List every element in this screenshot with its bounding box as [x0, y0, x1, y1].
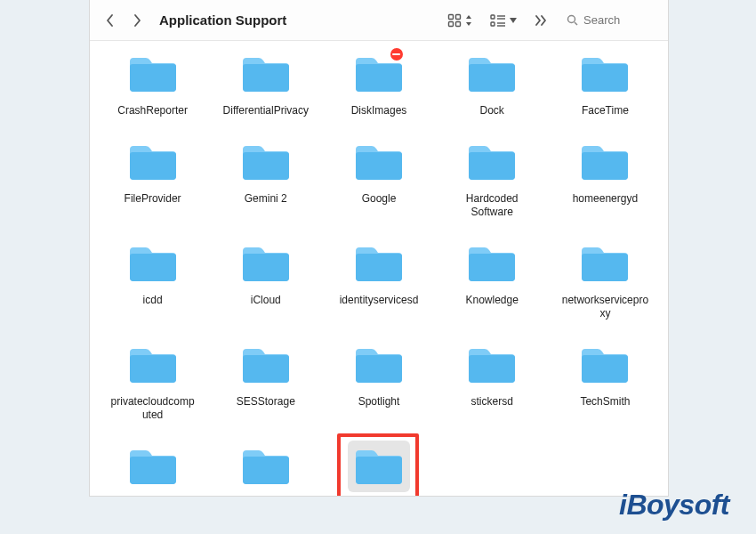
view-mode-button[interactable] — [442, 13, 478, 28]
folder-item[interactable]: DifferentialPrivacy — [212, 46, 319, 118]
svg-rect-1 — [456, 14, 461, 19]
folder-item[interactable]: TechSmith — [551, 337, 659, 423]
group-mode-button[interactable] — [485, 14, 522, 27]
folder-icon — [235, 441, 297, 492]
group-icon — [490, 14, 506, 27]
folder-item[interactable]: SESStorage — [212, 337, 319, 423]
folder-item[interactable]: FileProvider — [99, 134, 206, 220]
folder-icon — [122, 48, 184, 100]
folder-icon — [348, 48, 410, 100]
folder-label: networkserviceproxy — [556, 293, 654, 321]
folder-icon — [235, 238, 297, 289]
folder-label: identityservicesd — [335, 293, 423, 308]
folder-label: Gemini 2 — [240, 191, 292, 206]
folder-icon — [348, 441, 410, 492]
svg-point-10 — [568, 16, 575, 23]
svg-rect-3 — [456, 21, 461, 26]
folder-icon — [235, 48, 297, 100]
folder-item[interactable]: Gemini 2 — [212, 134, 319, 220]
folder-label: FileProvider — [120, 191, 186, 206]
svg-rect-5 — [491, 22, 495, 26]
updown-icon — [465, 15, 472, 26]
watermark-logo: iBoysoft — [619, 489, 729, 522]
folder-item[interactable]: tipsd — [99, 439, 206, 496]
folder-item[interactable]: CrashReporter — [99, 46, 206, 118]
folder-label: CrashReporter — [113, 103, 192, 118]
folder-label: icdd — [139, 293, 167, 308]
folder-item[interactable]: networkserviceproxy — [551, 236, 659, 321]
folder-icon — [461, 48, 523, 100]
folder-icon — [122, 136, 184, 188]
search-field[interactable] — [559, 10, 657, 30]
svg-rect-0 — [449, 14, 454, 19]
more-toolbar-button[interactable] — [529, 15, 552, 26]
finder-window: Application Support — [89, 0, 669, 497]
folder-icon — [235, 136, 297, 188]
svg-rect-4 — [491, 15, 495, 19]
folder-item[interactable]: Spotlight — [325, 337, 432, 423]
folder-label: FaceTime — [577, 103, 633, 118]
chevrons-right-icon — [535, 15, 547, 26]
forward-button[interactable] — [127, 11, 147, 30]
folder-label: privatecloudcomputed — [104, 394, 202, 423]
folder-label: stickersd — [467, 394, 518, 409]
folder-item[interactable]: Dock — [438, 46, 546, 118]
folder-item[interactable]: icdd — [99, 236, 206, 321]
toolbar: Application Support — [90, 0, 668, 41]
folder-label: Hardcoded Software — [443, 191, 541, 220]
folder-icon — [348, 238, 410, 289]
folder-icon — [122, 339, 184, 391]
folder-icon — [574, 136, 636, 188]
chevron-down-icon — [510, 18, 517, 23]
svg-rect-2 — [449, 21, 454, 26]
folder-label: Spotlight — [354, 394, 405, 409]
folder-item[interactable]: iCloud — [212, 236, 319, 321]
folder-icon — [122, 238, 184, 289]
folder-item[interactable]: Knowledge — [438, 236, 546, 321]
folder-item[interactable]: homeenergyd — [551, 134, 659, 220]
folder-icon — [235, 339, 297, 391]
folder-label: SESStorage — [232, 394, 300, 409]
folder-icon — [461, 238, 523, 289]
folder-icon — [122, 441, 184, 492]
no-entry-badge-icon — [389, 46, 405, 62]
folder-item[interactable]: stickersd — [438, 337, 546, 423]
folder-icon — [574, 48, 636, 100]
folder-label: TechSmith — [575, 394, 634, 409]
folder-label: homeenergyd — [568, 191, 642, 206]
svg-line-11 — [575, 22, 577, 25]
grid-view-icon — [447, 13, 462, 28]
folder-label: iCloud — [246, 293, 286, 308]
folder-label: DiskImages — [347, 103, 412, 118]
folder-item[interactable]: Blender — [325, 439, 432, 496]
folder-icon — [574, 339, 636, 391]
location-title: Application Support — [159, 12, 286, 28]
search-icon — [567, 14, 578, 26]
folder-label: Google — [358, 191, 401, 206]
folder-icon — [348, 339, 410, 391]
folder-icon — [461, 339, 523, 391]
folder-item[interactable]: videosubscriptionsd — [212, 439, 319, 496]
folder-item[interactable]: identityservicesd — [325, 236, 432, 321]
folder-item[interactable]: Hardcoded Software — [438, 134, 546, 220]
folder-label: DifferentialPrivacy — [219, 103, 313, 118]
icon-grid: CrashReporter DifferentialPrivacy DiskIm… — [99, 46, 659, 496]
folder-label: Knowledge — [462, 293, 523, 308]
folder-icon — [574, 238, 636, 289]
folder-icon — [348, 136, 410, 188]
folder-item[interactable]: FaceTime — [551, 46, 659, 118]
back-button[interactable] — [101, 11, 120, 30]
folder-item[interactable]: privatecloudcomputed — [99, 337, 206, 423]
folder-label: Dock — [476, 103, 509, 118]
search-input[interactable] — [583, 13, 646, 27]
folder-icon — [461, 136, 523, 188]
folder-item[interactable]: Google — [325, 134, 432, 220]
folder-content[interactable]: CrashReporter DifferentialPrivacy DiskIm… — [90, 41, 668, 496]
folder-item[interactable]: DiskImages — [325, 46, 432, 118]
